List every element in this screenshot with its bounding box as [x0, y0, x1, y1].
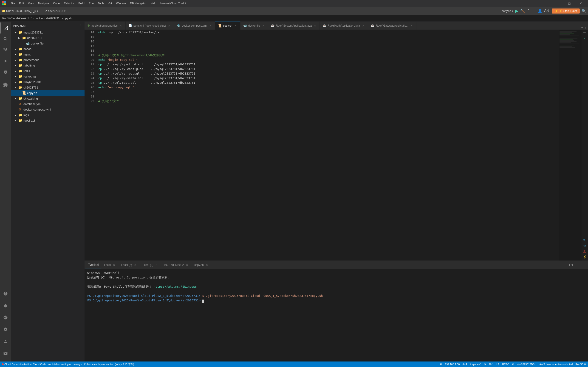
tab-close-dc[interactable]: ×: [208, 24, 212, 27]
status-cursor-pos[interactable]: 16:1: [489, 363, 493, 366]
tab-ruoyi-system[interactable]: ☕ RuoYiSystemApplication.java ×: [268, 22, 320, 30]
sidebar-item-rabbitmq[interactable]: ▶ 📁 rabbitmq: [11, 63, 85, 68]
status-settings2[interactable]: ⚙: [512, 363, 514, 366]
terminal-tab-close-local2[interactable]: ×: [133, 263, 137, 267]
sidebar-item-ruoyi2023731[interactable]: ▶ 📁 ruoyi2023731: [11, 79, 85, 85]
maximize-button[interactable]: □: [564, 0, 575, 7]
check-icon[interactable]: ✓: [583, 36, 586, 40]
menu-run[interactable]: Run: [87, 1, 95, 6]
terminal-tab-ssh[interactable]: 192.168.1.16:22 ×: [161, 261, 191, 269]
menu-refactor[interactable]: Refactor: [62, 1, 76, 6]
sidebar-item-prometheus[interactable]: ▶ 📁 prometheus: [11, 57, 85, 63]
sidebar-item-docker-compose-yml[interactable]: ▶ ⚙ docker-compose.yml: [11, 107, 85, 112]
tab-application-properties[interactable]: ⚙ application.properties ×: [85, 22, 126, 30]
menu-window[interactable]: Window: [114, 1, 128, 6]
sidebar-item-ruoyi-api[interactable]: ▶ 📁 ruoyi-api: [11, 118, 85, 123]
status-cloud-code[interactable]: Cloud Code initialization: Cloud Code ha…: [2, 363, 134, 366]
activity-bottom-6[interactable]: [0, 348, 11, 359]
terminal-tab-close-copysh[interactable]: ×: [205, 263, 209, 267]
terminal-tab-close-local3[interactable]: ×: [155, 263, 158, 267]
tab-close-auth[interactable]: ×: [361, 24, 365, 27]
sidebar-item-mysql2023731[interactable]: ▶ 📁 mysql2023731: [11, 30, 85, 35]
tab-close-gw[interactable]: ×: [410, 24, 414, 27]
activity-bottom-4[interactable]: [0, 324, 11, 335]
activity-explorer[interactable]: [0, 23, 11, 33]
terminal-tab-terminal[interactable]: Terminal: [86, 261, 101, 269]
sidebar-item-sh2023731[interactable]: ▼ 📂 sh2023731: [11, 85, 85, 90]
menu-file[interactable]: File: [9, 1, 17, 6]
sidebar-item-nginx[interactable]: ▶ 📁 nginx: [11, 52, 85, 57]
menu-view[interactable]: View: [26, 1, 36, 6]
tab-docker-compose[interactable]: 🐳 docker-compose.yml ×: [174, 22, 215, 30]
tabs-overflow[interactable]: ▾: [581, 25, 583, 30]
menu-git[interactable]: Git: [107, 1, 114, 6]
terminal-content[interactable]: Windows PowerShell 版权所有（C） Microsoft Cor…: [85, 269, 588, 361]
menu-db-navigator[interactable]: DB Navigator: [128, 1, 148, 6]
status-monitor[interactable]: 🖥: [440, 363, 442, 366]
branch-selector[interactable]: ⎇ dev2023613 ▾: [44, 9, 65, 13]
sidebar-item-logs[interactable]: ▶ 📁 logs: [11, 112, 85, 118]
breadcrumb-sh2023731[interactable]: sh2023731: [46, 17, 60, 20]
project-selector[interactable]: 📁 RuoYi-Cloud-PlusA_1_5 ▾: [2, 9, 38, 13]
menu-huawei[interactable]: Huawei Cloud Toolkit: [158, 1, 188, 6]
translate-icon[interactable]: A文: [544, 8, 550, 13]
activity-bottom-5[interactable]: [0, 336, 11, 347]
run-button[interactable]: ▶: [515, 8, 519, 14]
more-icon[interactable]: ⋮: [527, 9, 530, 13]
close-button[interactable]: ✕: [576, 0, 586, 7]
start-exam-button[interactable]: ⚡ ⚡ Start Exam: [552, 8, 580, 14]
minimize-button[interactable]: —: [553, 0, 563, 7]
status-ip[interactable]: 192.168.1.30: [445, 363, 460, 366]
tab-copy-sh[interactable]: 📜 copy.sh ×: [215, 22, 240, 30]
status-lf[interactable]: LF: [496, 363, 499, 366]
tab-ruoyi-auth[interactable]: ☕ RuoYiAuthApplication.java ×: [320, 22, 368, 30]
code-content[interactable]: mkdir -p ../ruoyi2023731/system/jar # 复制…: [96, 30, 559, 261]
compare-icon[interactable]: ⟳: [583, 239, 587, 242]
tab-close-dockerfile[interactable]: ×: [261, 24, 265, 27]
terminal-tab-local[interactable]: Local ×: [101, 261, 119, 269]
activity-bottom-1[interactable]: [0, 288, 11, 299]
activity-bottom-3[interactable]: [0, 312, 11, 323]
menu-code[interactable]: Code: [51, 1, 61, 6]
sidebar-item-redis[interactable]: ▶ 📁 redis: [11, 68, 85, 74]
menu-tools[interactable]: Tools: [96, 1, 106, 6]
status-spaces[interactable]: 4 spaces*: [470, 363, 481, 366]
tab-close-pom[interactable]: ×: [167, 24, 171, 27]
tab-pom-xml[interactable]: 📄 pom.xml (ruoyi-cloud-plus) ×: [126, 22, 174, 30]
terminal-dropdown-icon[interactable]: ▾: [571, 263, 573, 267]
terminal-add-icon[interactable]: +: [569, 263, 571, 267]
activity-vcs[interactable]: [0, 44, 11, 56]
terminal-tab-close-local[interactable]: ×: [112, 263, 116, 267]
menu-navigate[interactable]: Navigate: [36, 1, 51, 6]
activity-run[interactable]: [0, 56, 11, 67]
terminal-tab-close-ssh[interactable]: ×: [185, 263, 189, 267]
tab-close-copysh[interactable]: ×: [234, 24, 237, 27]
build-icon[interactable]: 🔨: [520, 9, 525, 13]
sidebar-item-dockerfile[interactable]: ▶ 🐋 dockerfile: [11, 41, 85, 46]
status-aws[interactable]: AWS: No credentials selected: [539, 363, 573, 366]
status-settings1[interactable]: ⚙: [484, 363, 486, 366]
tab-ruoyi-gateway[interactable]: ☕ RuoYiGatewayApplicatio... ×: [368, 22, 416, 30]
breadcrumb-copysh[interactable]: copy.sh: [62, 17, 71, 20]
search-icon[interactable]: 🔍: [582, 9, 586, 13]
user-icon[interactable]: 👤: [538, 9, 542, 13]
error-icon[interactable]: ⚠: [583, 250, 587, 253]
compare2-icon[interactable]: ⟲: [583, 244, 587, 248]
terminal-more-icon[interactable]: ⋮: [576, 263, 580, 267]
tabs-more[interactable]: ⋮: [583, 25, 587, 30]
activity-search[interactable]: [0, 33, 11, 44]
status-encoding[interactable]: UTF-8: [502, 363, 509, 366]
sidebar-more-icon[interactable]: ⋮: [79, 24, 82, 27]
status-eye[interactable]: 👁 4: [462, 363, 467, 366]
breadcrumb-root[interactable]: RuoYi-Cloud-PlusA_1_5: [2, 17, 32, 20]
activity-debug[interactable]: [0, 67, 11, 77]
terminal-tab-copysh[interactable]: copy.sh ×: [191, 261, 211, 269]
menu-help[interactable]: Help: [149, 1, 158, 6]
status-branch-bar[interactable]: dev2023613DS...: [517, 363, 536, 366]
lightning-icon[interactable]: ⚡: [583, 255, 587, 259]
breadcrumb-docker[interactable]: docker: [35, 17, 43, 20]
activity-extensions[interactable]: [0, 79, 11, 90]
terminal-minimize-icon[interactable]: —: [582, 263, 585, 267]
sidebar-item-database-yml[interactable]: ▶ ⚙ database.yml: [11, 101, 85, 107]
sidebar-item-rocketmq[interactable]: ▶ 📁 rocketmq: [11, 74, 85, 79]
